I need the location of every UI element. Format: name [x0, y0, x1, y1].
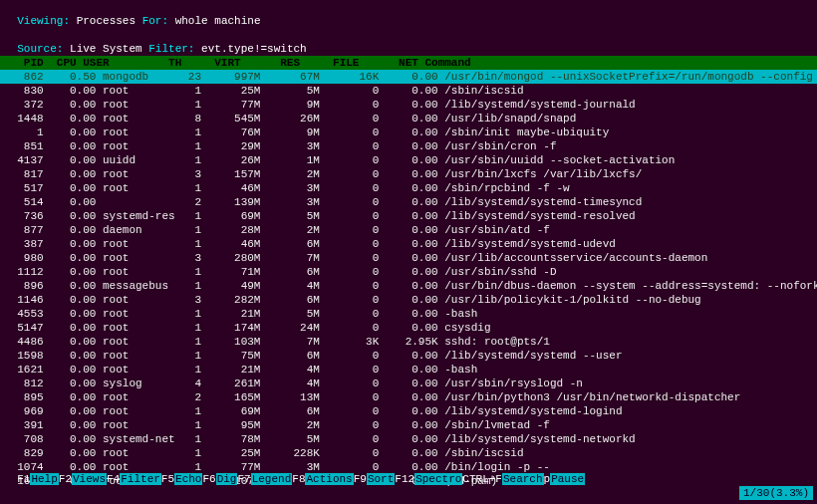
fkey-label: Spectro: [414, 473, 462, 485]
process-row[interactable]: 372 0.00 root 1 77M 9M 0 0.00 /lib/syste…: [4, 98, 813, 112]
selected-process-row[interactable]: 862 0.50 mongodb 23 997M 67M 16K 0.00 /u…: [0, 70, 817, 84]
process-row[interactable]: 514 0.00 2 139M 3M 0 0.00 /lib/systemd/s…: [4, 195, 813, 209]
fkey-label: Legend: [251, 473, 293, 485]
process-row[interactable]: 4486 0.00 root 1 103M 7M 3K 2.95K sshd: …: [4, 335, 813, 349]
fkey-label: Sort: [367, 473, 395, 485]
process-row[interactable]: 1146 0.00 root 3 282M 6M 0 0.00 /usr/lib…: [4, 293, 813, 307]
filter-value: evt.type!=switch: [201, 43, 307, 55]
process-row[interactable]: 1621 0.00 root 1 21M 4M 0 0.00 -bash: [4, 363, 813, 377]
for-label: For:: [142, 15, 168, 27]
process-row[interactable]: 877 0.00 daemon 1 28M 2M 0 0.00 /usr/sbi…: [4, 223, 813, 237]
process-row[interactable]: 851 0.00 root 1 29M 3M 0 0.00 /usr/sbin/…: [4, 139, 813, 153]
source-value: Live System: [70, 43, 142, 55]
fkey-label: Help: [30, 473, 58, 485]
process-list[interactable]: 830 0.00 root 1 25M 5M 0 0.00 /sbin/iscs…: [0, 84, 817, 488]
fkey-label: Dig: [216, 473, 238, 485]
fkey-key: F1: [17, 473, 30, 485]
fkey-pause[interactable]: pPause: [544, 473, 586, 485]
process-row[interactable]: 387 0.00 root 1 46M 6M 0 0.00 /lib/syste…: [4, 237, 813, 251]
fkey-views[interactable]: F2Views: [59, 473, 107, 485]
process-row[interactable]: 4137 0.00 uuidd 1 26M 1M 0 0.00 /usr/sbi…: [4, 153, 813, 167]
fkey-dig[interactable]: F6Dig: [202, 473, 237, 485]
process-row[interactable]: 1112 0.00 root 1 71M 6M 0 0.00 /usr/sbin…: [4, 265, 813, 279]
process-row[interactable]: 708 0.00 systemd-net 1 78M 5M 0 0.00 /li…: [4, 432, 813, 446]
fkey-spectro[interactable]: F12Spectro: [395, 473, 462, 485]
fkey-label: Filter: [120, 473, 161, 485]
process-row[interactable]: 5147 0.00 root 1 174M 24M 0 0.00 csysdig: [4, 321, 813, 335]
fkey-key: F12: [395, 473, 414, 485]
process-row[interactable]: 980 0.00 root 3 280M 7M 0 0.00 /usr/lib/…: [4, 251, 813, 265]
fkey-key: F5: [161, 473, 174, 485]
process-row[interactable]: 812 0.00 syslog 4 261M 4M 0 0.00 /usr/sb…: [4, 377, 813, 390]
for-value: whole machine: [175, 15, 261, 27]
column-header[interactable]: PID CPU USER TH VIRT RES FILE NET Comman…: [0, 56, 817, 70]
fkey-echo[interactable]: F5Echo: [161, 473, 203, 485]
viewing-value: Processes: [77, 15, 136, 27]
fkey-legend[interactable]: F7Legend: [237, 473, 292, 485]
process-row[interactable]: 1598 0.00 root 1 75M 6M 0 0.00 /lib/syst…: [4, 349, 813, 363]
process-row[interactable]: 1448 0.00 root 8 545M 26M 0 0.00 /usr/li…: [4, 112, 813, 126]
fkey-search[interactable]: CTRL+FSearch: [462, 473, 543, 485]
fkey-label: Views: [72, 473, 107, 485]
fkey-key: F4: [107, 473, 120, 485]
header-line-2: Source: Live System Filter: evt.type!=sw…: [0, 28, 817, 56]
fkey-key: F8: [292, 473, 305, 485]
process-row[interactable]: 1 0.00 root 1 76M 9M 0 0.00 /sbin/init m…: [4, 126, 813, 139]
process-row[interactable]: 4553 0.00 root 1 21M 5M 0 0.00 -bash: [4, 307, 813, 321]
process-row[interactable]: 391 0.00 root 1 95M 2M 0 0.00 /sbin/lvme…: [4, 418, 813, 432]
fkey-label: Pause: [550, 473, 585, 485]
fkey-actions[interactable]: F8Actions: [292, 473, 353, 485]
process-row[interactable]: 736 0.00 systemd-res 1 69M 5M 0 0.00 /li…: [4, 209, 813, 223]
header-line-1: Viewing: Processes For: whole machine: [0, 0, 817, 28]
fkey-key: F6: [202, 473, 215, 485]
fkey-sort[interactable]: F9Sort: [354, 473, 396, 485]
viewing-label: Viewing:: [17, 15, 70, 27]
process-row[interactable]: 817 0.00 root 3 157M 2M 0 0.00 /usr/bin/…: [4, 167, 813, 181]
fkey-label: Search: [502, 473, 544, 485]
function-keys: F1HelpF2ViewsF4FilterF5EchoF6DigF7Legend…: [17, 473, 585, 485]
fkey-key: F7: [237, 473, 250, 485]
process-row[interactable]: 896 0.00 messagebus 1 49M 4M 0 0.00 /usr…: [4, 279, 813, 293]
status-bar: F1HelpF2ViewsF4FilterF5EchoF6DigF7Legend…: [0, 458, 817, 500]
fkey-label: Echo: [174, 473, 202, 485]
process-row[interactable]: 517 0.00 root 1 46M 3M 0 0.00 /sbin/rpcb…: [4, 181, 813, 195]
source-label: Source:: [17, 43, 63, 55]
fkey-label: Actions: [305, 473, 353, 485]
process-row[interactable]: 969 0.00 root 1 69M 6M 0 0.00 /lib/syste…: [4, 404, 813, 418]
fkey-filter[interactable]: F4Filter: [107, 473, 161, 485]
status-position: 1/30(3.3%): [739, 486, 813, 500]
process-row[interactable]: 830 0.00 root 1 25M 5M 0 0.00 /sbin/iscs…: [4, 84, 813, 98]
fkey-key: F9: [354, 473, 367, 485]
fkey-help[interactable]: F1Help: [17, 473, 59, 485]
fkey-key: F2: [59, 473, 72, 485]
process-row[interactable]: 895 0.00 root 2 165M 13M 0 0.00 /usr/bin…: [4, 390, 813, 404]
fkey-key: CTRL+F: [462, 473, 502, 485]
filter-label: Filter:: [148, 43, 194, 55]
